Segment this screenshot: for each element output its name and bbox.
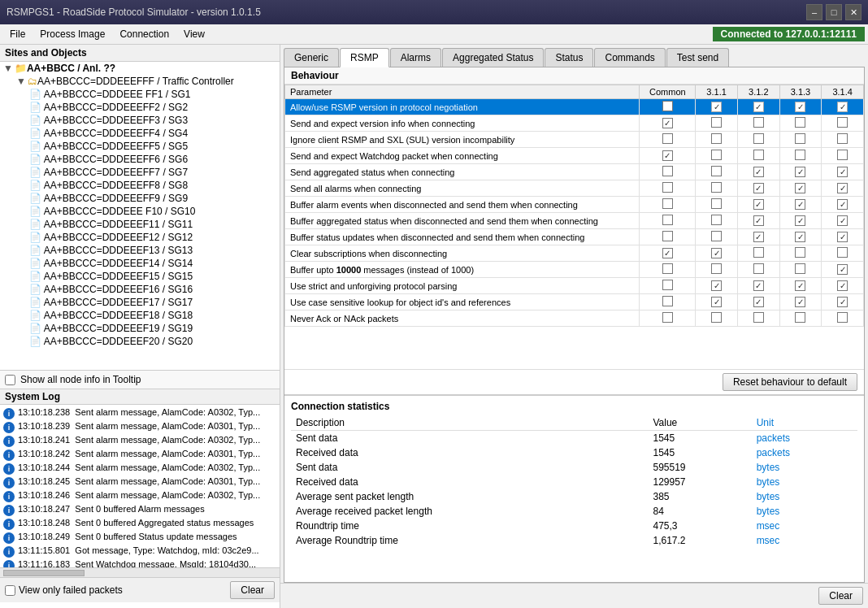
behaviour-cell[interactable] bbox=[640, 294, 696, 311]
behaviour-cell[interactable] bbox=[779, 180, 822, 197]
behaviour-cell[interactable] bbox=[640, 311, 696, 327]
behaviour-cell[interactable] bbox=[696, 164, 738, 180]
behaviour-cell[interactable] bbox=[737, 164, 779, 180]
behaviour-cell[interactable] bbox=[737, 213, 779, 229]
behaviour-cell[interactable] bbox=[696, 294, 738, 311]
list-item[interactable]: 📄 AA+BBCCC=DDDEEEF15 / SG15 bbox=[0, 270, 280, 283]
behaviour-cell[interactable] bbox=[696, 278, 738, 294]
tooltip-checkbox[interactable] bbox=[5, 375, 15, 385]
behaviour-cell[interactable] bbox=[696, 115, 738, 132]
behaviour-cell[interactable] bbox=[779, 164, 822, 180]
behaviour-cell[interactable] bbox=[822, 294, 864, 311]
tree-controller[interactable]: ▼ 🗂 AA+BBCCC=DDDEEEFFF / Traffic Control… bbox=[0, 75, 280, 88]
clear-log-button[interactable]: Clear bbox=[230, 581, 275, 599]
behaviour-cell[interactable] bbox=[640, 132, 696, 148]
list-item[interactable]: 📄 AA+BBCCC=DDDEEEF13 / SG13 bbox=[0, 244, 280, 257]
behaviour-cell[interactable] bbox=[696, 213, 738, 229]
behaviour-cell[interactable] bbox=[696, 132, 738, 148]
behaviour-cell[interactable] bbox=[640, 197, 696, 213]
behaviour-cell[interactable] bbox=[737, 180, 779, 197]
behaviour-cell[interactable] bbox=[640, 245, 696, 262]
behaviour-cell[interactable] bbox=[696, 148, 738, 164]
list-item[interactable]: 📄 AA+BBCCC=DDDEEEF12 / SG12 bbox=[0, 231, 280, 244]
tab-alarms[interactable]: Alarms bbox=[390, 48, 441, 67]
behaviour-cell[interactable] bbox=[822, 132, 864, 148]
behaviour-row-label[interactable]: Send aggregated status when connecting bbox=[285, 164, 640, 180]
behaviour-row-label[interactable]: Buffer upto 10000 messages (instead of 1… bbox=[285, 262, 640, 278]
list-item[interactable]: 📄 AA+BBCCC=DDDEEEFF2 / SG2 bbox=[0, 101, 280, 114]
log-area[interactable]: i 13:10:18.238 Sent alarm message, AlamC… bbox=[0, 405, 280, 567]
behaviour-cell[interactable] bbox=[737, 229, 779, 245]
menu-view[interactable]: View bbox=[177, 27, 211, 41]
minimize-button[interactable]: – bbox=[806, 4, 822, 20]
behaviour-cell[interactable] bbox=[696, 99, 738, 115]
behaviour-cell[interactable] bbox=[737, 197, 779, 213]
list-item[interactable]: 📄 AA+BBCCC=DDDEEEFF4 / SG4 bbox=[0, 127, 280, 140]
menu-connection[interactable]: Connection bbox=[113, 27, 176, 41]
list-item[interactable]: 📄 AA+BBCCC=DDDEEE F10 / SG10 bbox=[0, 205, 280, 218]
behaviour-cell[interactable] bbox=[822, 197, 864, 213]
behaviour-cell[interactable] bbox=[779, 99, 822, 115]
behaviour-cell[interactable] bbox=[696, 245, 738, 262]
tab-rsmp[interactable]: RSMP bbox=[340, 48, 389, 67]
tree-root[interactable]: ▼ 📁 AA+BBCC / Anl. ?? bbox=[0, 62, 280, 75]
menu-file[interactable]: File bbox=[3, 27, 32, 41]
behaviour-cell[interactable] bbox=[822, 229, 864, 245]
behaviour-cell[interactable] bbox=[779, 278, 822, 294]
behaviour-row-label[interactable]: Allow/use RSMP version in protocol negot… bbox=[285, 99, 640, 115]
behaviour-cell[interactable] bbox=[640, 229, 696, 245]
behaviour-cell[interactable] bbox=[779, 132, 822, 148]
behaviour-row-label[interactable]: Send all alarms when connecting bbox=[285, 180, 640, 197]
list-item[interactable]: 📄 AA+BBCCC=DDDEEEFF6 / SG6 bbox=[0, 153, 280, 166]
list-item[interactable]: 📄 AA+BBCCC=DDDEEEFF3 / SG3 bbox=[0, 114, 280, 127]
behaviour-cell[interactable] bbox=[822, 99, 864, 115]
behaviour-cell[interactable] bbox=[640, 262, 696, 278]
behaviour-cell[interactable] bbox=[737, 115, 779, 132]
behaviour-cell[interactable] bbox=[640, 213, 696, 229]
behaviour-cell[interactable] bbox=[737, 148, 779, 164]
behaviour-cell[interactable] bbox=[737, 278, 779, 294]
behaviour-cell[interactable] bbox=[737, 262, 779, 278]
behaviour-table-scroll[interactable]: Parameter Common 3.1.1 3.1.2 3.1.3 3.1.4… bbox=[284, 85, 864, 369]
behaviour-cell[interactable] bbox=[737, 311, 779, 327]
behaviour-cell[interactable] bbox=[640, 115, 696, 132]
tab-generic[interactable]: Generic bbox=[284, 48, 339, 67]
behaviour-row-label[interactable]: Buffer status updates when disconnected … bbox=[285, 229, 640, 245]
horizontal-scrollbar[interactable] bbox=[0, 567, 280, 577]
list-item[interactable]: 📄 AA+BBCCC=DDDEEEF18 / SG18 bbox=[0, 309, 280, 322]
behaviour-cell[interactable] bbox=[696, 262, 738, 278]
behaviour-cell[interactable] bbox=[779, 245, 822, 262]
behaviour-cell[interactable] bbox=[779, 262, 822, 278]
menu-process-image[interactable]: Process Image bbox=[33, 27, 111, 41]
behaviour-row-label[interactable]: Never Ack or NAck packets bbox=[285, 311, 640, 327]
behaviour-cell[interactable] bbox=[822, 311, 864, 327]
behaviour-cell[interactable] bbox=[640, 99, 696, 115]
behaviour-cell[interactable] bbox=[779, 115, 822, 132]
list-item[interactable]: 📄 AA+BBCCC=DDDEEEF11 / SG11 bbox=[0, 218, 280, 231]
failed-packets-checkbox[interactable] bbox=[5, 585, 15, 596]
behaviour-cell[interactable] bbox=[822, 164, 864, 180]
behaviour-cell[interactable] bbox=[822, 180, 864, 197]
behaviour-row-label[interactable]: Ignore client RSMP and SXL (SUL) version… bbox=[285, 132, 640, 148]
list-item[interactable]: 📄 AA+BBCCC=DDDEEE FF1 / SG1 bbox=[0, 88, 280, 101]
behaviour-cell[interactable] bbox=[779, 311, 822, 327]
behaviour-cell[interactable] bbox=[779, 294, 822, 311]
list-item[interactable]: 📄 AA+BBCCC=DDDEEEFF7 / SG7 bbox=[0, 166, 280, 179]
behaviour-cell[interactable] bbox=[779, 148, 822, 164]
behaviour-cell[interactable] bbox=[822, 115, 864, 132]
behaviour-cell[interactable] bbox=[737, 132, 779, 148]
tab-status[interactable]: Status bbox=[545, 48, 593, 67]
list-item[interactable]: 📄 AA+BBCCC=DDDEEEFF9 / SG9 bbox=[0, 192, 280, 205]
behaviour-cell[interactable] bbox=[822, 278, 864, 294]
list-item[interactable]: 📄 AA+BBCCC=DDDEEEF20 / SG20 bbox=[0, 335, 280, 348]
behaviour-cell[interactable] bbox=[737, 245, 779, 262]
reset-behaviour-button[interactable]: Reset behaviour to default bbox=[723, 373, 857, 391]
behaviour-row-label[interactable]: Use strict and unforgiving protocol pars… bbox=[285, 278, 640, 294]
behaviour-cell[interactable] bbox=[822, 148, 864, 164]
tab-test-send[interactable]: Test send bbox=[666, 48, 729, 67]
list-item[interactable]: 📄 AA+BBCCC=DDDEEEFF5 / SG5 bbox=[0, 140, 280, 153]
behaviour-cell[interactable] bbox=[737, 99, 779, 115]
tab-aggregated-status[interactable]: Aggregated Status bbox=[442, 48, 544, 67]
behaviour-row-label[interactable]: Buffer alarm events when disconnected an… bbox=[285, 197, 640, 213]
list-item[interactable]: 📄 AA+BBCCC=DDDEEEF14 / SG14 bbox=[0, 257, 280, 270]
